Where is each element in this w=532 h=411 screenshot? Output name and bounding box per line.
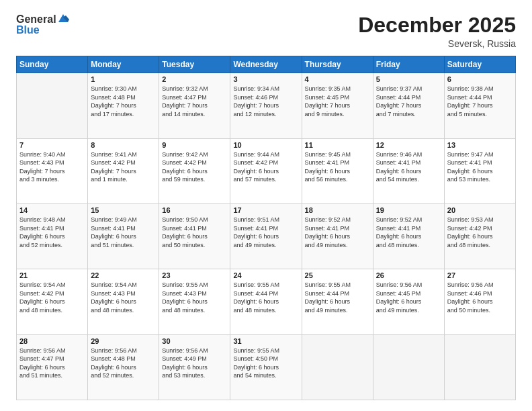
sunset-text: Sunset: 4:49 PM — [162, 355, 227, 363]
sunset-text: Sunset: 4:46 PM — [447, 289, 513, 298]
sunrise-text: Sunrise: 9:50 AM — [162, 216, 227, 224]
daylight-minutes-text: and 14 minutes. — [162, 110, 227, 119]
day-number: 17 — [233, 206, 298, 214]
daylight-minutes-text: and 51 minutes. — [19, 371, 85, 380]
calendar-week-4: 21Sunrise: 9:54 AMSunset: 4:42 PMDayligh… — [17, 269, 516, 334]
daylight-text: Daylight: 6 hours — [447, 232, 513, 241]
day-detail: Sunrise: 9:54 AMSunset: 4:42 PMDaylight:… — [19, 281, 85, 314]
daylight-text: Daylight: 6 hours — [305, 167, 370, 176]
day-detail: Sunrise: 9:56 AMSunset: 4:46 PMDaylight:… — [447, 281, 513, 314]
daylight-text: Daylight: 6 hours — [19, 232, 85, 241]
daylight-minutes-text: and 12 minutes. — [233, 110, 298, 119]
daylight-minutes-text: and 49 minutes. — [233, 241, 298, 250]
sunset-text: Sunset: 4:41 PM — [305, 158, 370, 167]
day-number: 14 — [19, 206, 85, 214]
day-number: 22 — [91, 271, 156, 279]
sunrise-text: Sunrise: 9:42 AM — [162, 150, 227, 159]
day-number: 7 — [19, 141, 85, 149]
day-detail: Sunrise: 9:51 AMSunset: 4:41 PMDaylight:… — [233, 216, 298, 249]
title-block: December 2025 Seversk, Russia — [358, 13, 516, 49]
daylight-minutes-text: and 48 minutes. — [233, 306, 298, 315]
table-cell: 30Sunrise: 9:56 AMSunset: 4:49 PMDayligh… — [159, 334, 230, 400]
col-monday: Monday — [88, 56, 159, 73]
table-cell: 16Sunrise: 9:50 AMSunset: 4:41 PMDayligh… — [159, 203, 230, 269]
daylight-text: Daylight: 6 hours — [233, 232, 298, 241]
daylight-text: Daylight: 6 hours — [162, 167, 227, 176]
table-cell: 29Sunrise: 9:56 AMSunset: 4:48 PMDayligh… — [88, 334, 159, 400]
sunset-text: Sunset: 4:41 PM — [162, 224, 227, 233]
daylight-minutes-text: and 9 minutes. — [305, 110, 370, 119]
sunrise-text: Sunrise: 9:32 AM — [162, 85, 227, 93]
daylight-text: Daylight: 6 hours — [91, 363, 156, 372]
daylight-minutes-text: and 57 minutes. — [233, 175, 298, 184]
sunrise-text: Sunrise: 9:56 AM — [19, 347, 85, 355]
location: Seversk, Russia — [358, 38, 516, 49]
col-saturday: Saturday — [444, 56, 515, 73]
sunset-text: Sunset: 4:43 PM — [162, 289, 227, 298]
table-cell: 19Sunrise: 9:52 AMSunset: 4:41 PMDayligh… — [373, 203, 444, 269]
day-detail: Sunrise: 9:34 AMSunset: 4:46 PMDaylight:… — [233, 85, 298, 118]
daylight-minutes-text: and 56 minutes. — [305, 175, 370, 184]
table-cell: 18Sunrise: 9:52 AMSunset: 4:41 PMDayligh… — [302, 203, 373, 269]
day-number: 1 — [91, 75, 156, 83]
table-cell: 15Sunrise: 9:49 AMSunset: 4:41 PMDayligh… — [88, 203, 159, 269]
daylight-text: Daylight: 6 hours — [233, 363, 298, 372]
day-detail: Sunrise: 9:38 AMSunset: 4:44 PMDaylight:… — [447, 85, 513, 118]
sunset-text: Sunset: 4:44 PM — [376, 93, 441, 102]
sunrise-text: Sunrise: 9:54 AM — [19, 281, 85, 289]
day-number: 3 — [233, 75, 298, 83]
day-number: 16 — [162, 206, 227, 214]
day-detail: Sunrise: 9:56 AMSunset: 4:48 PMDaylight:… — [91, 347, 156, 380]
day-detail: Sunrise: 9:55 AMSunset: 4:44 PMDaylight:… — [305, 281, 370, 314]
sunrise-text: Sunrise: 9:54 AM — [91, 281, 156, 289]
sunset-text: Sunset: 4:43 PM — [19, 158, 85, 167]
sunrise-text: Sunrise: 9:52 AM — [376, 216, 441, 224]
calendar-table: Sunday Monday Tuesday Wednesday Thursday… — [16, 56, 516, 400]
sunset-text: Sunset: 4:41 PM — [305, 224, 370, 233]
sunrise-text: Sunrise: 9:38 AM — [447, 85, 513, 93]
sunset-text: Sunset: 4:41 PM — [376, 158, 441, 167]
daylight-minutes-text: and 53 minutes. — [162, 371, 227, 380]
day-detail: Sunrise: 9:45 AMSunset: 4:41 PMDaylight:… — [305, 150, 370, 184]
col-thursday: Thursday — [302, 56, 373, 73]
day-detail: Sunrise: 9:30 AMSunset: 4:48 PMDaylight:… — [91, 85, 156, 118]
daylight-minutes-text: and 52 minutes. — [19, 241, 85, 250]
daylight-minutes-text: and 5 minutes. — [447, 110, 513, 119]
calendar-week-1: 1Sunrise: 9:30 AMSunset: 4:48 PMDaylight… — [17, 73, 516, 138]
table-cell: 8Sunrise: 9:41 AMSunset: 4:42 PMDaylight… — [88, 138, 159, 203]
table-cell: 31Sunrise: 9:55 AMSunset: 4:50 PMDayligh… — [230, 334, 302, 400]
daylight-minutes-text: and 53 minutes. — [447, 175, 513, 184]
daylight-text: Daylight: 6 hours — [305, 232, 370, 241]
sunrise-text: Sunrise: 9:51 AM — [233, 216, 298, 224]
day-number: 19 — [376, 206, 441, 214]
day-detail: Sunrise: 9:35 AMSunset: 4:45 PMDaylight:… — [305, 85, 370, 118]
sunrise-text: Sunrise: 9:48 AM — [19, 216, 85, 224]
day-number: 2 — [162, 75, 227, 83]
sunrise-text: Sunrise: 9:40 AM — [19, 150, 85, 159]
day-detail: Sunrise: 9:46 AMSunset: 4:41 PMDaylight:… — [376, 150, 441, 184]
table-cell: 1Sunrise: 9:30 AMSunset: 4:48 PMDaylight… — [88, 73, 159, 138]
sunrise-text: Sunrise: 9:49 AM — [91, 216, 156, 224]
daylight-text: Daylight: 7 hours — [91, 101, 156, 110]
day-detail: Sunrise: 9:55 AMSunset: 4:50 PMDaylight:… — [233, 347, 298, 380]
table-cell — [373, 334, 444, 400]
sunset-text: Sunset: 4:41 PM — [233, 224, 298, 233]
daylight-minutes-text: and 51 minutes. — [91, 241, 156, 250]
day-detail: Sunrise: 9:56 AMSunset: 4:47 PMDaylight:… — [19, 347, 85, 380]
day-number: 21 — [19, 271, 85, 279]
day-number: 5 — [376, 75, 441, 83]
table-cell: 2Sunrise: 9:32 AMSunset: 4:47 PMDaylight… — [159, 73, 230, 138]
sunset-text: Sunset: 4:47 PM — [19, 355, 85, 363]
header: General Blue December 2025 Seversk, Russ… — [16, 13, 516, 49]
sunset-text: Sunset: 4:41 PM — [376, 224, 441, 233]
daylight-text: Daylight: 7 hours — [91, 167, 156, 176]
day-detail: Sunrise: 9:56 AMSunset: 4:49 PMDaylight:… — [162, 347, 227, 380]
daylight-text: Daylight: 6 hours — [376, 167, 441, 176]
table-cell: 27Sunrise: 9:56 AMSunset: 4:46 PMDayligh… — [444, 269, 515, 334]
table-cell: 13Sunrise: 9:47 AMSunset: 4:41 PMDayligh… — [444, 138, 515, 203]
table-cell: 20Sunrise: 9:53 AMSunset: 4:42 PMDayligh… — [444, 203, 515, 269]
day-number: 13 — [447, 141, 513, 149]
table-cell: 22Sunrise: 9:54 AMSunset: 4:43 PMDayligh… — [88, 269, 159, 334]
table-cell: 9Sunrise: 9:42 AMSunset: 4:42 PMDaylight… — [159, 138, 230, 203]
calendar-week-3: 14Sunrise: 9:48 AMSunset: 4:41 PMDayligh… — [17, 203, 516, 269]
